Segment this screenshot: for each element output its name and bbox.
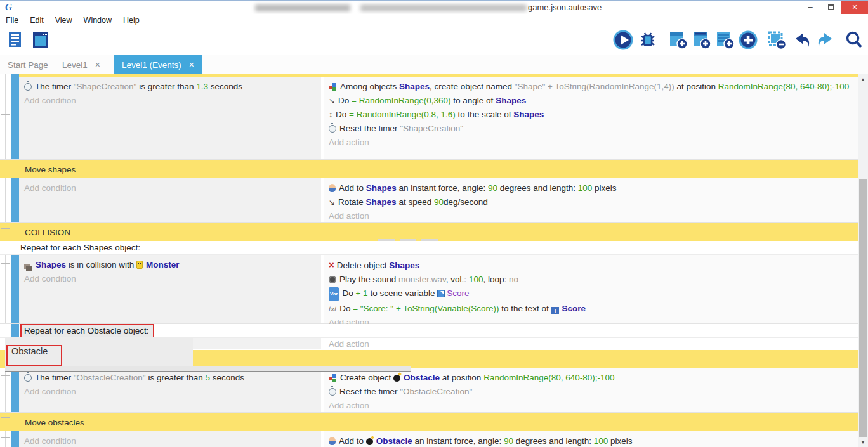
tree-tick — [1, 263, 10, 264]
add-action-button[interactable]: Add action — [324, 399, 858, 413]
text-object-icon: T — [551, 307, 559, 314]
condition-row[interactable]: The timer "ShapeCreation" is greater tha… — [19, 80, 321, 94]
action-row[interactable]: ↘Rotate Shapes at speed 90deg/second — [324, 195, 858, 209]
scene-variable-icon — [437, 290, 445, 297]
redo-button[interactable] — [815, 30, 836, 50]
action-row[interactable]: Reset the timer "ShapeCreation" — [324, 122, 858, 136]
annotation-redbox — [6, 345, 62, 366]
close-tab-icon[interactable]: × — [189, 60, 194, 70]
tab-label: Level1 (Events) — [122, 60, 181, 70]
add-event-button[interactable] — [668, 30, 688, 50]
action-row[interactable]: txtDo = "Score: " + ToString(Variable(Sc… — [324, 302, 858, 316]
add-subevent-icon — [692, 30, 712, 50]
scrollbar-thumb[interactable] — [859, 179, 867, 437]
event-move-obstacles: Add condition Add to Obstacle an instant… — [0, 431, 858, 447]
variable-icon: Var — [329, 287, 339, 301]
action-row[interactable]: ↘Do = RandomInRange(0,360) to angle of S… — [324, 94, 858, 108]
event-shape-creation: The timer "ShapeCreation" is greater tha… — [0, 77, 858, 160]
add-condition-button[interactable]: Add condition — [19, 385, 321, 399]
action-row[interactable]: ×Delete object Shapes — [324, 258, 858, 273]
event-select-bar[interactable] — [11, 324, 19, 338]
add-condition-button[interactable]: Add condition — [19, 434, 321, 447]
preview-button[interactable] — [613, 30, 633, 50]
add-condition-button[interactable]: Add condition — [19, 272, 321, 286]
add-comment-button[interactable] — [715, 30, 735, 50]
close-tab-icon[interactable]: × — [95, 60, 100, 70]
condition-row[interactable]: The timer "ObstacleCreation" is greater … — [19, 371, 321, 385]
condition-row[interactable]: Shapes is in collision with Monster — [19, 258, 321, 272]
play-icon — [613, 30, 633, 50]
menu-help[interactable]: Help — [123, 16, 140, 25]
bug-icon — [638, 30, 658, 50]
debug-button[interactable] — [638, 30, 658, 50]
tree-tick — [1, 375, 10, 376]
action-row[interactable]: Add to Obstacle an instant force, angle:… — [324, 434, 858, 447]
repeat-shapes-header[interactable]: Repeat for each Shapes object: — [0, 241, 858, 255]
project-manager-icon — [6, 30, 26, 50]
menu-view[interactable]: View — [55, 16, 72, 25]
scroll-up-icon[interactable]: ▲ — [858, 75, 868, 84]
scene-editor-button[interactable] — [30, 30, 51, 50]
action-row[interactable]: Reset the timer "ObstacleCreation" — [324, 385, 858, 399]
minimize-button[interactable]: – — [801, 1, 820, 15]
add-action-button[interactable]: Add action — [324, 209, 858, 223]
event-select-bar[interactable] — [11, 77, 19, 159]
tab-label: Level1 — [62, 60, 88, 70]
undo-button[interactable] — [792, 30, 812, 50]
tab-start-page[interactable]: Start Page — [0, 55, 56, 74]
force-icon — [329, 437, 336, 445]
comment-move-shapes[interactable]: Move shapes — [0, 160, 858, 178]
close-button[interactable]: × — [841, 1, 868, 15]
collision-icon — [24, 264, 30, 269]
action-row[interactable]: Create object Obstacle at position Rando… — [324, 371, 858, 385]
project-manager-button[interactable] — [6, 30, 26, 50]
window-title: game.json.autosave — [528, 3, 602, 12]
comment-collision[interactable]: COLLISION — [0, 223, 858, 241]
delete-event-button[interactable] — [766, 30, 787, 50]
repeat-obstacle-header[interactable]: Repeat for each Obstacle object: — [0, 324, 858, 338]
action-row[interactable]: VarDo + 1 to scene variable Score — [324, 287, 858, 302]
maximize-button[interactable] — [821, 1, 840, 15]
title-bar: G game.json.autosave – × — [0, 0, 868, 14]
undo-icon — [792, 30, 812, 50]
annotation-redbox: Repeat for each Obstacle object: — [20, 324, 154, 338]
angle-icon: ↘ — [329, 96, 335, 105]
force-icon — [329, 184, 336, 192]
redo-icon — [815, 30, 836, 50]
search-icon — [844, 30, 864, 50]
scroll-down-icon[interactable]: ▼ — [858, 438, 868, 447]
action-row[interactable]: ↕Do = RandomInRange(0.8, 1.6) to the sca… — [324, 108, 858, 122]
add-condition-button[interactable]: Add condition — [19, 94, 321, 108]
monster-icon — [136, 261, 143, 269]
blurred-title-text — [360, 4, 527, 11]
add-subevent-button[interactable] — [692, 30, 712, 50]
menu-file[interactable]: File — [6, 16, 18, 25]
toolbar-divider — [763, 32, 763, 49]
event-select-bar[interactable] — [11, 431, 19, 447]
menu-edit[interactable]: Edit — [30, 16, 44, 25]
maximize-icon — [828, 4, 834, 10]
event-select-bar[interactable] — [11, 255, 19, 323]
add-condition-button[interactable]: Add condition — [19, 181, 321, 195]
add-special-button[interactable] — [738, 30, 758, 50]
action-row[interactable]: Among objects Shapes, create object name… — [324, 80, 858, 94]
search-button[interactable] — [844, 30, 864, 50]
vertical-scrollbar[interactable]: ▲ ▼ — [858, 74, 868, 447]
create-object-icon — [329, 83, 337, 91]
action-row[interactable]: Play the sound monster.wav, vol.: 100, l… — [324, 273, 858, 287]
comment-move-obstacles[interactable]: Move obstacles — [0, 413, 858, 431]
tab-level1[interactable]: Level1× — [55, 55, 108, 74]
menu-window[interactable]: Window — [84, 16, 112, 25]
toolbar-divider — [664, 32, 664, 49]
event-collision: Shapes is in collision with Monster Add … — [0, 255, 858, 324]
blurred-title-text — [255, 4, 350, 11]
event-select-bar[interactable] — [11, 368, 19, 412]
events-sheet: The timer "ShapeCreation" is greater tha… — [0, 74, 858, 447]
event-select-bar[interactable] — [11, 178, 19, 222]
event-move-shapes: Add condition Add to Shapes an instant f… — [0, 178, 858, 223]
comment-text: COLLISION — [19, 228, 70, 237]
action-row[interactable]: Add to Shapes an instant force, angle: 9… — [324, 181, 858, 195]
tree-tick — [1, 114, 10, 115]
tab-level1-events[interactable]: Level1 (Events)× — [114, 55, 202, 74]
add-action-button[interactable]: Add action — [324, 136, 858, 150]
